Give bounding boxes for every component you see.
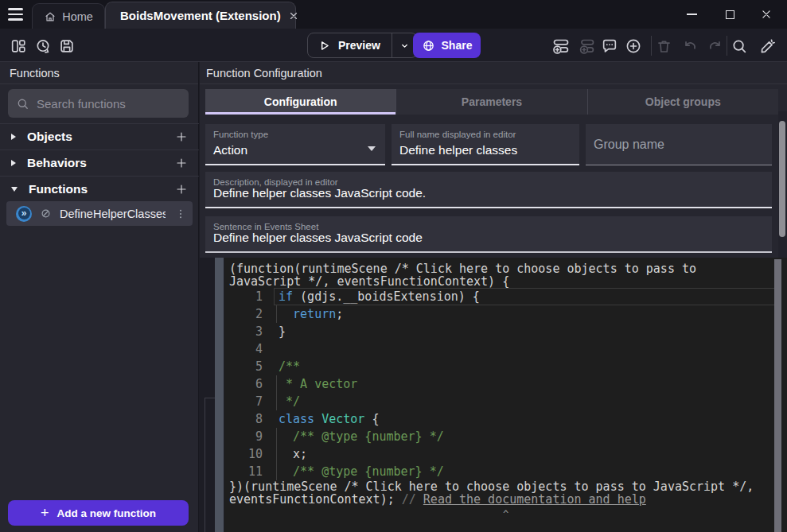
configuration-section: Configuration Parameters Object groups F… [200, 84, 787, 258]
code-line[interactable]: 5/** [224, 358, 787, 375]
line-number: 4 [224, 340, 263, 358]
code-line[interactable]: 4 [224, 340, 787, 358]
line-number: 8 [224, 410, 263, 428]
group-name-input[interactable] [594, 124, 764, 165]
search-functions-box[interactable] [8, 89, 189, 118]
functions-sidebar: Functions Objects Behaviors Functions [0, 62, 199, 532]
edit-extension-icon[interactable] [756, 37, 778, 55]
code-footer-line[interactable]: })(runtimeScene /* Click here to choose … [224, 480, 787, 493]
subevent-connector-line [205, 398, 205, 532]
event-drag-handle[interactable] [215, 258, 224, 532]
undo-icon[interactable] [680, 37, 702, 55]
line-number: 1 [224, 288, 263, 305]
add-circle-icon[interactable] [622, 37, 645, 55]
tab-parameters[interactable]: Parameters [395, 89, 586, 115]
description-value: Define helper classes JavaScript code. [213, 186, 426, 200]
toolbar-divider [727, 36, 727, 56]
add-new-function-button[interactable]: + Add a new function [8, 500, 189, 526]
app-window: Home BoidsMovement (Extension) Preview [0, 0, 787, 532]
tab-close-icon[interactable] [289, 11, 298, 21]
code-footer-line[interactable]: eventsFunctionContext); // Read the docu… [224, 493, 787, 506]
sentence-value: Define helper classes JavaScript code [213, 231, 423, 245]
tab-object-groups[interactable]: Object groups [587, 89, 778, 115]
code-line[interactable]: 8class Vector { [224, 410, 787, 428]
sidebar-section-objects[interactable]: Objects [0, 123, 199, 150]
play-icon [318, 39, 331, 52]
share-button[interactable]: Share [413, 33, 481, 58]
window-maximize-button[interactable] [717, 3, 742, 25]
chevron-right-icon [11, 134, 16, 140]
add-function-plus-button[interactable] [173, 181, 189, 197]
line-number: 5 [224, 358, 263, 375]
subevent-connector-line [205, 398, 215, 398]
add-subevent-icon[interactable] [575, 37, 598, 55]
home-icon [44, 10, 56, 23]
window-close-button[interactable] [754, 3, 779, 25]
code-line[interactable]: 11 /** @type {number} */ [224, 463, 787, 480]
chevron-down-icon [399, 41, 410, 51]
open-editors-panel-icon[interactable] [7, 37, 29, 55]
code-line[interactable]: 3} [224, 323, 787, 340]
save-icon[interactable] [56, 37, 78, 55]
trash-icon[interactable] [653, 37, 675, 55]
plus-icon: + [41, 506, 49, 520]
add-comment-icon[interactable] [598, 37, 621, 55]
full-name-field[interactable]: Full name displayed in editor Define hel… [392, 124, 579, 165]
title-bar: Home BoidsMovement (Extension) [0, 0, 787, 29]
code-header-line[interactable]: (function(runtimeScene /* Click here to … [224, 262, 787, 275]
code-line[interactable]: 7 */ [224, 393, 787, 410]
tab-home-label: Home [62, 10, 93, 23]
add-behavior-button[interactable] [173, 155, 189, 171]
function-type-value: Action [213, 143, 247, 157]
code-scrollbar-thumb[interactable] [774, 259, 781, 532]
redo-icon[interactable] [703, 37, 726, 55]
section-functions-label: Functions [29, 182, 173, 196]
line-number: 6 [224, 375, 263, 393]
function-type-label: Function type [213, 130, 268, 139]
config-scrollbar-thumb[interactable] [779, 121, 785, 237]
code-line[interactable]: 10 x; [224, 445, 787, 463]
preview-button-main[interactable]: Preview [308, 33, 392, 57]
sidebar-section-functions[interactable]: Functions [0, 176, 199, 202]
line-number: 11 [224, 463, 263, 480]
sentence-field[interactable]: Sentence in Events Sheet Define helper c… [205, 216, 772, 253]
preview-button[interactable]: Preview [307, 33, 418, 58]
chevron-down-icon [11, 187, 18, 192]
private-function-icon [40, 208, 52, 219]
tab-home[interactable]: Home [32, 3, 105, 29]
code-line[interactable]: 9 /** @type {number} */ [224, 428, 787, 445]
code-line[interactable]: 1if (gdjs.__boidsExtension) { [224, 288, 787, 305]
menu-icon[interactable] [6, 4, 29, 25]
chevron-right-icon [11, 160, 16, 166]
tab-configuration[interactable]: Configuration [205, 89, 395, 115]
function-type-select[interactable]: Function type Action [205, 124, 385, 165]
function-item-label: DefineHelperClasses [60, 208, 166, 220]
code-line[interactable]: 2 return; [224, 305, 787, 323]
sidebar-section-behaviors[interactable]: Behaviors [0, 150, 199, 176]
documentation-link[interactable]: Read the documentation and help [423, 492, 646, 507]
code-line[interactable]: 6 * A vector [224, 375, 787, 393]
collapse-caret-icon[interactable]: ^ [224, 510, 787, 519]
section-behaviors-label: Behaviors [27, 156, 173, 170]
history-icon[interactable] [32, 37, 54, 55]
function-item-menu-icon[interactable] [173, 208, 188, 220]
config-tabs: Configuration Parameters Object groups [205, 89, 778, 115]
function-icon: » [16, 206, 32, 222]
add-event-icon[interactable] [550, 37, 572, 55]
tab-object-groups-label: Object groups [645, 95, 721, 108]
description-field[interactable]: Description, displayed in editor Define … [205, 172, 772, 208]
full-name-label: Full name displayed in editor [399, 130, 516, 139]
group-name-field[interactable] [586, 124, 772, 165]
tab-boidsmovement[interactable]: BoidsMovement (Extension) [105, 2, 296, 29]
search-functions-input[interactable] [37, 97, 195, 111]
tab-boidsmovement-label: BoidsMovement (Extension) [120, 9, 281, 22]
code-footer-comment: // [402, 492, 423, 507]
window-minimize-button[interactable] [679, 3, 704, 25]
code-lines: 1if (gdjs.__boidsExtension) {2 return;3}… [224, 288, 787, 480]
section-objects-label: Objects [27, 130, 173, 144]
code-header-line[interactable]: JavaScript */, eventsFunctionContext) { [224, 275, 787, 288]
main-header: Function Configuration [200, 62, 787, 84]
search-icon[interactable] [728, 37, 750, 55]
function-item-definehelperclasses[interactable]: » DefineHelperClasses [6, 201, 193, 226]
add-object-button[interactable] [173, 129, 189, 145]
